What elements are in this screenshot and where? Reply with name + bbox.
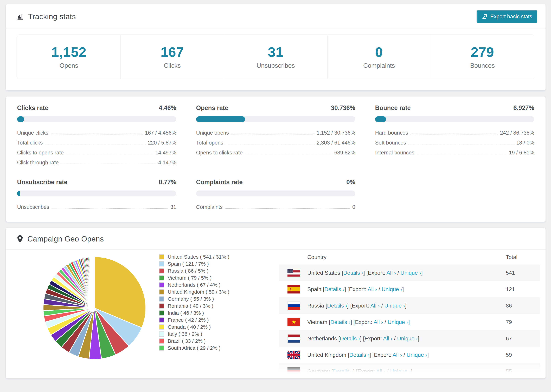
export-all-link-spain[interactable]: All ›: [367, 286, 377, 292]
legend-swatch: [159, 275, 164, 280]
stat-value-opens: 1,152: [51, 45, 86, 59]
rate-detail-rows: Unique clicks167 / 4.456%Total clicks220…: [17, 128, 176, 167]
detail-value: 19 / 6.81%: [509, 150, 534, 156]
total-column-header: Total: [506, 254, 540, 260]
progress-fill-bounce-rate: [375, 116, 386, 122]
detail-value: 1,152 / 30.736%: [317, 130, 355, 136]
dotted-leader: [409, 144, 514, 144]
geo-opens-body: United States ( 541 / 31% )Spain ( 121 /…: [6, 250, 545, 375]
stat-box-bounces: 279Bounces: [431, 35, 534, 79]
export-all-link-netherlands[interactable]: All ›: [383, 335, 393, 342]
flag-ru-icon: [288, 301, 300, 310]
flag-gb-icon: [288, 351, 300, 359]
legend-item-italy: Italy ( 36 / 2% ): [159, 330, 247, 337]
total-value: 67: [506, 335, 540, 342]
legend-swatch: [159, 289, 164, 294]
detail-row-total-clicks: Total clicks220 / 5.87%: [17, 138, 176, 147]
stat-label-opens: Opens: [60, 62, 78, 69]
detail-value: 242 / 86.738%: [500, 130, 534, 136]
export-all-link-vietnam[interactable]: All ›: [374, 319, 383, 325]
export-unique-link-united-kingdom[interactable]: Unique ›: [407, 352, 427, 358]
geo-table-header: Country Total: [279, 250, 540, 265]
details-link-germany[interactable]: Details ›: [333, 368, 353, 374]
details-link-united-kingdom[interactable]: Details ›: [349, 352, 369, 358]
export-all-link-germany[interactable]: All ›: [376, 368, 386, 374]
detail-label: Unique clicks: [17, 130, 49, 136]
rate-section-complaints-rate: Complaints rate0%Complaints0: [196, 179, 355, 212]
stat-label-clicks: Clicks: [164, 62, 181, 69]
country-cell: Russia [Details ›] [Export: All › / Uniq…: [307, 302, 506, 309]
progress-fill-opens-rate: [196, 116, 245, 122]
rates-grid: Clicks rate4.46%Unique clicks167 / 4.456…: [17, 104, 534, 212]
total-value: 541: [506, 270, 540, 276]
export-unique-link-vietnam[interactable]: Unique ›: [388, 319, 408, 325]
legend-label: India ( 46 / 3% ): [168, 310, 204, 316]
tracking-stats-card: Tracking stats Export basic stats 1,152O…: [6, 4, 546, 91]
details-link-netherlands[interactable]: Details ›: [340, 335, 360, 342]
rate-detail-rows: Unique opens1,152 / 30.736%Total opens2,…: [196, 128, 355, 157]
details-link-spain[interactable]: Details ›: [325, 286, 345, 292]
export-all-link-russia[interactable]: All ›: [370, 302, 380, 309]
export-unique-link-spain[interactable]: Unique ›: [381, 286, 402, 292]
details-link-vietnam[interactable]: Details ›: [330, 319, 350, 325]
detail-row-click-through-rate: Click through rate4.147%: [17, 157, 176, 167]
separator: /: [383, 319, 388, 325]
progress-fill-unsubscribe-rate: [17, 190, 20, 196]
legend-item-united-states: United States ( 541 / 31% ): [159, 253, 247, 260]
detail-label: Total clicks: [17, 140, 43, 146]
stat-value-bounces: 279: [471, 45, 494, 59]
rate-value: 0.77%: [159, 179, 176, 186]
dotted-leader: [226, 144, 314, 144]
export-label: Export:: [357, 368, 376, 374]
dotted-leader: [231, 134, 314, 134]
detail-value: 4.147%: [158, 160, 176, 166]
rate-section-bounce-rate: Bounce rate6.927%Hard bounces242 / 86.73…: [375, 104, 534, 167]
export-all-link-united-kingdom[interactable]: All ›: [393, 352, 402, 358]
legend-item-netherlands: Netherlands ( 67 / 4% ): [159, 281, 247, 288]
export-unique-link-netherlands[interactable]: Unique ›: [397, 335, 418, 342]
legend-item-germany: Germany ( 55 / 3% ): [159, 295, 247, 302]
dotted-leader: [51, 134, 143, 134]
detail-row-complaints: Complaints0: [196, 202, 355, 212]
legend-item-russia: Russia ( 86 / 5% ): [159, 267, 247, 274]
rate-header: Opens rate30.736%: [196, 104, 355, 112]
export-unique-link-germany[interactable]: Unique ›: [390, 368, 411, 374]
legend-label: Brazil ( 33 / 2% ): [168, 338, 206, 344]
bar-chart-icon: [17, 13, 24, 20]
export-unique-link-united-states[interactable]: Unique ›: [400, 270, 421, 276]
separator: /: [380, 302, 384, 309]
detail-label: Hard bounces: [375, 130, 408, 136]
legend-label: Vietnam ( 79 / 5% ): [168, 275, 212, 281]
export-basic-stats-button[interactable]: Export basic stats: [477, 10, 537, 23]
details-link-united-states[interactable]: Details ›: [343, 270, 363, 276]
bracket: ]: [405, 302, 407, 309]
bracket: ]: [411, 368, 412, 374]
bracket: [: [329, 319, 330, 325]
detail-value: 18 / 0%: [516, 140, 534, 146]
total-value: 55: [506, 368, 540, 375]
export-label: Export:: [365, 335, 383, 342]
detail-row-hard-bounces: Hard bounces242 / 86.738%: [375, 128, 534, 138]
bracket: ]: [421, 270, 423, 276]
detail-row-unique-clicks: Unique clicks167 / 4.456%: [17, 128, 176, 138]
stat-label-bounces: Bounces: [470, 62, 495, 69]
country-cell: United States [Details ›] [Export: All ›…: [307, 270, 506, 276]
detail-row-internal-bounces: Internal bounces19 / 6.81%: [375, 147, 534, 157]
table-row-united-kingdom: United Kingdom [Details ›] [Export: All …: [279, 347, 540, 363]
country-cell: United Kingdom [Details ›] [Export: All …: [307, 352, 506, 358]
export-unique-link-russia[interactable]: Unique ›: [384, 302, 405, 309]
detail-label: Unique opens: [196, 130, 229, 136]
total-value: 86: [506, 302, 540, 309]
export-label: Export:: [374, 352, 393, 358]
progress-track-bounce-rate: [375, 116, 534, 122]
export-all-link-united-states[interactable]: All ›: [386, 270, 396, 276]
legend-swatch: [159, 324, 164, 329]
progress-track-opens-rate: [196, 116, 355, 122]
legend-label: Spain ( 121 / 7% ): [168, 261, 209, 267]
detail-row-unsubscribes: Unsubscribes31: [17, 202, 176, 212]
dotted-leader: [245, 154, 332, 154]
country-column-header: Country: [307, 254, 506, 260]
details-link-russia[interactable]: Details ›: [327, 302, 347, 309]
export-label: Export:: [349, 286, 368, 292]
legend-item-united-kingdom: United Kingdom ( 59 / 3% ): [159, 288, 247, 295]
